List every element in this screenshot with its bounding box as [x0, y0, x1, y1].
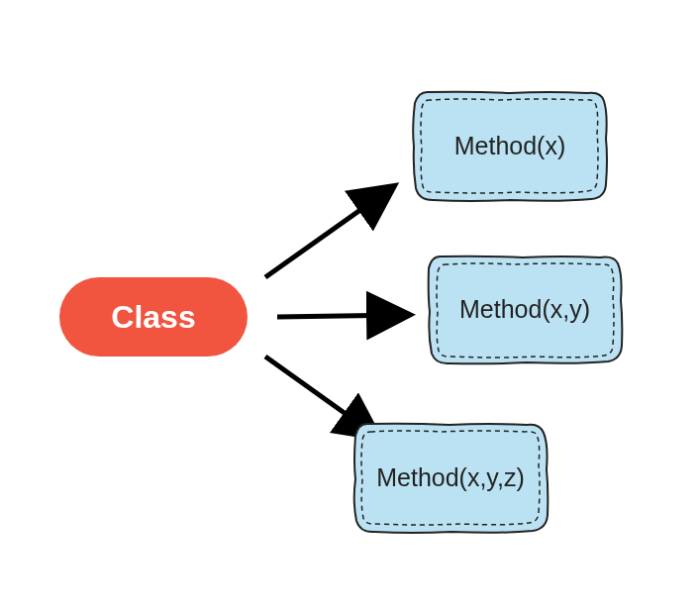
method-3-label: Method(x,y,z) [376, 463, 525, 492]
method-node-1: Method(x) [411, 89, 609, 203]
class-label: Class [111, 299, 195, 336]
class-node: Class [59, 277, 248, 357]
arrow-2 [277, 315, 406, 317]
arrow-1 [265, 188, 391, 277]
method-1-label: Method(x) [454, 132, 566, 160]
method-2-label: Method(x,y) [459, 295, 590, 324]
method-node-2: Method(x,y) [426, 253, 624, 366]
method-node-3: Method(x,y,z) [351, 421, 550, 535]
